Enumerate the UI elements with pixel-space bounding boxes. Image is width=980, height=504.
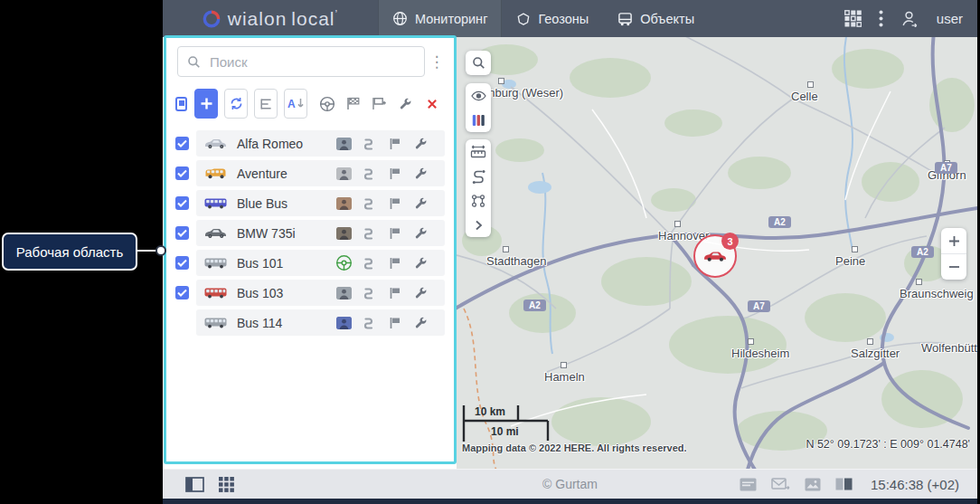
unit-checkbox[interactable] bbox=[175, 226, 189, 240]
tree-view-button[interactable] bbox=[254, 89, 278, 119]
driver-avatar[interactable] bbox=[332, 287, 355, 300]
driver-avatar[interactable] bbox=[332, 197, 355, 210]
unit-checkbox[interactable] bbox=[175, 256, 189, 270]
unit-row[interactable]: Blue Bus bbox=[166, 188, 454, 218]
unit-card[interactable]: BMW 735i bbox=[196, 220, 445, 246]
unit-checkbox[interactable] bbox=[175, 196, 189, 210]
driver-avatar[interactable] bbox=[332, 167, 355, 180]
search-input[interactable] bbox=[208, 53, 415, 71]
flag-icon[interactable] bbox=[382, 167, 408, 179]
kebab-menu-icon[interactable] bbox=[879, 10, 883, 27]
unit-card[interactable]: Alfa Romeo bbox=[196, 130, 445, 157]
mail-icon[interactable] bbox=[771, 478, 790, 491]
track-icon[interactable] bbox=[355, 287, 382, 300]
unit-card[interactable]: Blue Bus bbox=[196, 190, 445, 216]
bottom-bar-right: 15:46:38 (+02) bbox=[740, 477, 959, 492]
flag-icon[interactable] bbox=[382, 257, 408, 269]
search-box[interactable] bbox=[177, 46, 425, 77]
unit-card[interactable]: Aventure bbox=[196, 160, 445, 186]
properties-column-icon[interactable] bbox=[392, 97, 419, 110]
wialon-swirl-icon bbox=[203, 10, 221, 28]
panel-toolbar: A bbox=[175, 89, 445, 119]
unit-row[interactable]: Bus 114 bbox=[166, 308, 454, 338]
flag-icon[interactable] bbox=[382, 227, 408, 239]
unit-card[interactable]: Bus 101 bbox=[196, 250, 445, 276]
nodes-icon[interactable] bbox=[466, 188, 491, 213]
refresh-button[interactable] bbox=[224, 89, 248, 119]
unit-row[interactable]: Alfa Romeo bbox=[166, 128, 454, 158]
top-bar-right: user bbox=[844, 0, 977, 37]
zoom-out-button[interactable] bbox=[941, 254, 966, 280]
events-column-icon[interactable] bbox=[366, 97, 392, 110]
track-icon[interactable] bbox=[355, 317, 382, 329]
notes-icon[interactable] bbox=[740, 478, 757, 491]
tab-units[interactable]: Объекты bbox=[603, 0, 709, 37]
flag-icon[interactable] bbox=[382, 287, 408, 299]
wrench-icon[interactable] bbox=[408, 196, 434, 210]
logo-text: wialonlocal’ bbox=[228, 8, 338, 30]
driver-avatar[interactable] bbox=[332, 138, 355, 150]
wrench-icon[interactable] bbox=[408, 166, 434, 180]
steering-wheel-icon[interactable] bbox=[332, 254, 355, 271]
eye-icon[interactable] bbox=[466, 83, 491, 108]
unit-row[interactable]: BMW 735i bbox=[166, 218, 454, 248]
grid-icon[interactable] bbox=[219, 477, 234, 492]
track-icon[interactable] bbox=[355, 227, 382, 240]
unit-checkbox[interactable] bbox=[175, 137, 189, 150]
unit-card[interactable]: Bus 103 bbox=[196, 280, 445, 306]
map-view[interactable]: enburg (Weser)CelleGifhornHannoverStadth… bbox=[457, 37, 977, 469]
unit-checkbox[interactable] bbox=[175, 286, 189, 300]
unit-name: Aventure bbox=[237, 166, 332, 181]
track-icon[interactable] bbox=[355, 197, 382, 210]
select-all-checkbox[interactable] bbox=[175, 97, 187, 111]
layers-icon[interactable] bbox=[466, 108, 491, 132]
add-unit-button[interactable] bbox=[194, 89, 218, 119]
flag-icon[interactable] bbox=[382, 138, 408, 149]
trailer-column-icon[interactable] bbox=[340, 97, 366, 110]
vehicle-icon bbox=[203, 227, 231, 239]
tab-label: Объекты bbox=[640, 12, 694, 26]
driver-avatar[interactable] bbox=[332, 317, 355, 329]
map-view-controls bbox=[466, 83, 491, 132]
image-icon[interactable] bbox=[805, 478, 821, 491]
user-switch-icon[interactable] bbox=[900, 10, 919, 27]
remove-all-icon[interactable] bbox=[419, 99, 445, 109]
vehicle-icon bbox=[203, 317, 231, 328]
tab-label: Геозоны bbox=[538, 12, 589, 26]
wrench-icon[interactable] bbox=[408, 226, 434, 240]
route-icon[interactable] bbox=[466, 164, 491, 188]
wrench-icon[interactable] bbox=[408, 316, 434, 329]
driver-avatar[interactable] bbox=[332, 227, 355, 240]
ruler-icon[interactable] bbox=[466, 139, 491, 164]
panel-kebab-icon[interactable]: ⋮ bbox=[425, 52, 448, 71]
unit-name: BMW 735i bbox=[237, 226, 332, 241]
track-icon[interactable] bbox=[355, 257, 382, 270]
monitoring-panel: ⋮ bbox=[164, 35, 457, 464]
wrench-icon[interactable] bbox=[408, 137, 434, 150]
driver-column-icon[interactable] bbox=[314, 96, 340, 112]
track-icon[interactable] bbox=[355, 167, 382, 180]
track-icon[interactable] bbox=[355, 138, 382, 150]
sort-button[interactable]: A bbox=[284, 89, 307, 119]
tab-label: Мониторинг bbox=[415, 12, 487, 26]
zoom-in-button[interactable] bbox=[941, 228, 966, 254]
unit-checkbox[interactable] bbox=[175, 166, 189, 180]
map-search-icon[interactable] bbox=[466, 51, 491, 75]
flag-icon[interactable] bbox=[382, 317, 408, 328]
flag-icon[interactable] bbox=[382, 197, 408, 209]
panel-toggle-icon[interactable] bbox=[185, 477, 204, 492]
unit-name: Blue Bus bbox=[237, 196, 332, 211]
apps-grid-icon[interactable] bbox=[844, 10, 862, 27]
tab-geofences[interactable]: Геозоны bbox=[502, 0, 603, 37]
wrench-icon[interactable] bbox=[408, 256, 434, 270]
split-view-icon[interactable] bbox=[835, 478, 853, 490]
unit-row[interactable]: Bus 101 bbox=[166, 248, 454, 278]
unit-card[interactable]: Bus 114 bbox=[196, 309, 445, 336]
tab-monitoring[interactable]: Мониторинг bbox=[378, 0, 502, 37]
user-name[interactable]: user bbox=[937, 11, 963, 26]
chevron-right-icon[interactable] bbox=[466, 213, 491, 237]
bottom-edge bbox=[163, 499, 977, 504]
unit-row[interactable]: Bus 103 bbox=[166, 278, 454, 308]
unit-row[interactable]: Aventure bbox=[166, 158, 454, 188]
wrench-icon[interactable] bbox=[408, 286, 434, 300]
